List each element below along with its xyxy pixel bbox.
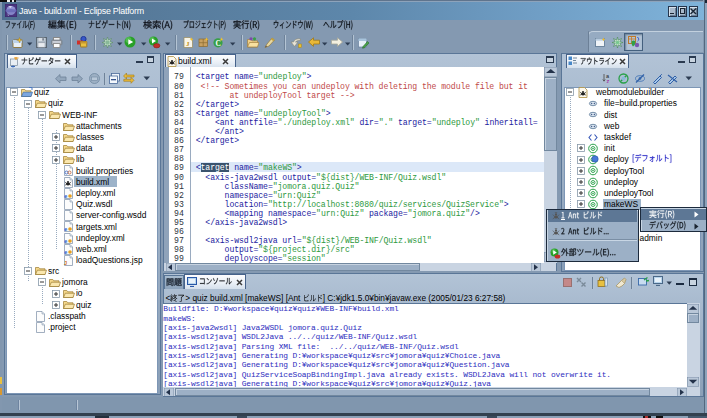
svg-text:C: C <box>215 38 220 47</box>
svg-text:J: J <box>186 39 190 47</box>
svg-text:e: e <box>64 192 67 198</box>
svg-text:J: J <box>64 260 67 266</box>
svg-text:e: e <box>64 226 67 232</box>
svg-text:e: e <box>64 237 67 243</box>
svg-text:z: z <box>606 78 609 84</box>
svg-text:e: e <box>64 248 67 254</box>
